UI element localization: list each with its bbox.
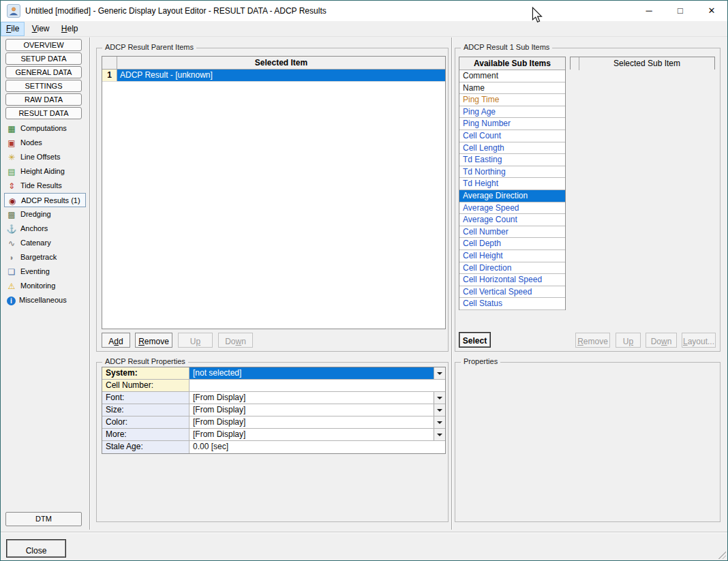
list-item[interactable]: Ping Age (459, 106, 565, 119)
menu-bar: File View Help (1, 21, 727, 37)
list-item[interactable]: Average Count (459, 214, 565, 226)
font-dropdown[interactable]: [From Display] (189, 392, 445, 404)
row-number-header (571, 57, 579, 70)
sidebar-item-settings[interactable]: SETTINGS (5, 80, 82, 92)
down-button[interactable]: Down (218, 333, 253, 348)
sidebar-item-monitoring[interactable]: ⚠Monitoring (4, 279, 86, 293)
property-row-system: System: [not selected] (102, 367, 445, 380)
remove-button[interactable]: Remove (135, 333, 172, 348)
property-row-size: Size: [From Display] (102, 404, 445, 416)
computations-icon: ▦ (6, 122, 17, 136)
adcp-properties-table: System: [not selected] Cell Number: Font… (102, 367, 446, 454)
add-button[interactable]: Add (102, 333, 130, 348)
select-button[interactable]: Select (459, 332, 491, 348)
sidebar-item-line-offsets[interactable]: ✳Line Offsets (4, 150, 86, 164)
parent-items-table: Selected Item 1 ADCP Result - [unknown] (102, 56, 446, 329)
list-item[interactable]: Cell Count (459, 130, 565, 142)
list-item[interactable]: Average Speed (459, 202, 565, 215)
property-row-color: Color: [From Display] (102, 416, 445, 429)
list-item[interactable]: Ping Number (459, 118, 565, 130)
list-item[interactable]: Td Height (459, 178, 565, 190)
chevron-down-icon[interactable] (434, 367, 445, 379)
available-sub-items-list: Available Sub Items Comment Name Ping Ti… (459, 57, 566, 310)
menu-file[interactable]: File (1, 22, 25, 36)
layout-button[interactable]: Layout... (682, 333, 716, 348)
sidebar-item-computations[interactable]: ▦Computations (4, 121, 86, 136)
list-item[interactable]: Td Northing (459, 166, 565, 179)
more-dropdown[interactable]: [From Display] (189, 429, 445, 440)
list-item[interactable]: Cell Horizontal Speed (459, 274, 565, 286)
list-item[interactable]: Cell Depth (459, 238, 565, 250)
property-row-more: More: [From Display] (102, 429, 445, 441)
app-window: Untitled [modified] - Generic Display La… (0, 0, 728, 561)
up-sub-button[interactable]: Up (616, 333, 641, 348)
dredging-icon: ▩ (6, 208, 17, 222)
selected-item-header: Selected Item (117, 57, 445, 69)
system-dropdown[interactable]: [not selected] (189, 367, 445, 379)
sidebar-item-miscellaneous[interactable]: iMiscellaneous (4, 293, 86, 307)
minimize-button[interactable]: ─ (633, 1, 665, 21)
panel-divider-highlight (452, 37, 453, 530)
sidebar-item-result-data[interactable]: RESULT DATA (5, 107, 82, 119)
list-item[interactable]: Name (459, 82, 565, 95)
line-offsets-icon: ✳ (6, 151, 17, 165)
sidebar-item-height-aiding[interactable]: ▤Height Aiding (4, 164, 86, 179)
list-item[interactable]: Cell Status (459, 298, 565, 310)
sidebar-item-adcp-results[interactable]: ◉ADCP Results (1) (4, 193, 86, 207)
chevron-down-icon[interactable] (434, 429, 445, 440)
list-item[interactable]: Cell Length (459, 142, 565, 155)
parent-items-group-label: ADCP Result Parent Items (102, 43, 196, 51)
up-button[interactable]: Up (178, 333, 213, 348)
dtm-button[interactable]: DTM (5, 512, 82, 526)
size-dropdown[interactable]: [From Display] (189, 404, 445, 416)
sidebar-item-raw-data[interactable]: RAW DATA (5, 93, 82, 106)
adcp-results-icon: ◉ (7, 194, 18, 209)
available-sub-items-header: Available Sub Items (459, 57, 565, 70)
available-sub-items-header-row: Available Sub Items (459, 57, 565, 70)
list-item[interactable]: Ping Time (459, 94, 565, 106)
list-item[interactable]: Cell Direction (459, 262, 565, 275)
sidebar-item-nodes[interactable]: ▣Nodes (4, 136, 86, 150)
sidebar-item-setup-data[interactable]: SETUP DATA (5, 52, 82, 65)
sidebar-item-overview[interactable]: OVERVIEW (5, 39, 82, 51)
cell-number-field[interactable] (189, 380, 445, 391)
sidebar-item-anchors[interactable]: ⚓Anchors (4, 222, 86, 236)
monitoring-icon: ⚠ (6, 279, 17, 294)
list-item[interactable]: Td Easting (459, 154, 565, 166)
window-title: Untitled [modified] - Generic Display La… (25, 6, 327, 16)
down-sub-button[interactable]: Down (646, 333, 677, 348)
eventing-icon: ❏ (6, 265, 17, 279)
selected-sub-item-table: Selected Sub Item (570, 57, 715, 70)
color-dropdown[interactable]: [From Display] (189, 416, 445, 428)
stale-age-field[interactable]: 0.00 [sec] (189, 441, 445, 453)
sidebar-item-eventing[interactable]: ❏Eventing (4, 264, 86, 279)
list-item[interactable]: Cell Height (459, 250, 565, 262)
menu-view[interactable]: View (27, 22, 55, 36)
parent-item-cell[interactable]: ADCP Result - [unknown] (117, 70, 445, 81)
resize-grip[interactable] (716, 549, 726, 559)
list-item[interactable]: Cell Number (459, 226, 565, 239)
table-row[interactable]: 1 ADCP Result - [unknown] (102, 70, 445, 82)
property-row-stale-age: Stale Age: 0.00 [sec] (102, 441, 445, 453)
properties-group-label: Properties (461, 357, 500, 365)
chevron-down-icon[interactable] (434, 392, 445, 404)
chevron-down-icon[interactable] (434, 416, 445, 428)
height-aiding-icon: ▤ (6, 165, 17, 179)
sidebar-item-dredging[interactable]: ▩Dredging (4, 207, 86, 222)
mouse-cursor (532, 7, 544, 25)
close-window-button[interactable]: ✕ (696, 1, 727, 21)
sidebar-item-catenary[interactable]: ∿Catenary (4, 236, 86, 250)
parent-items-table-header: Selected Item (102, 57, 445, 70)
chevron-down-icon[interactable] (434, 404, 445, 416)
menu-help[interactable]: Help (57, 22, 83, 36)
maximize-button[interactable]: □ (665, 1, 696, 21)
sidebar-item-general-data[interactable]: GENERAL DATA (5, 66, 82, 78)
list-item-selected[interactable]: Average Direction (459, 190, 565, 202)
property-row-cell-number: Cell Number: (102, 380, 445, 392)
list-item[interactable]: Comment (459, 70, 565, 82)
close-button[interactable]: Close (6, 539, 66, 558)
sidebar-item-bargetrack[interactable]: ◗Bargetrack (4, 250, 86, 264)
list-item[interactable]: Cell Vertical Speed (459, 286, 565, 299)
remove-sub-button[interactable]: Remove (575, 333, 610, 348)
sidebar-item-tide-results[interactable]: ⇕Tide Results (4, 179, 86, 193)
